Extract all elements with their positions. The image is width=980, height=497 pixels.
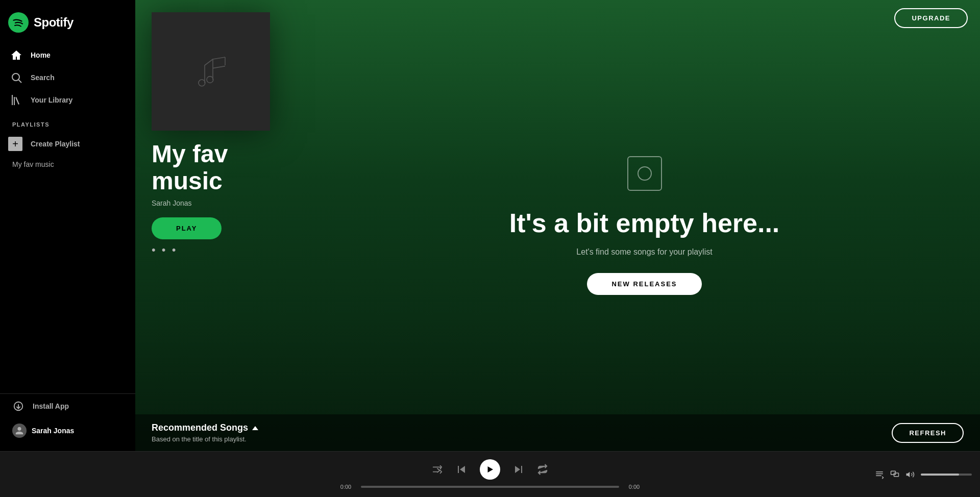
install-app-label: Install App — [33, 402, 69, 410]
main-header: UPGRADE — [882, 0, 980, 36]
svg-line-2 — [19, 80, 22, 83]
install-app-button[interactable]: Install App — [4, 394, 131, 418]
empty-state-subtitle: Let's find some songs for your playlist — [576, 247, 712, 257]
playlist-left-pane: My fav music Sarah Jonas PLAY • • • — [135, 0, 309, 451]
play-pause-button[interactable] — [480, 459, 500, 480]
download-icon — [12, 400, 24, 412]
sidebar-nav: Home Search — [0, 42, 135, 113]
progress-bar[interactable] — [361, 486, 619, 488]
svg-marker-14 — [488, 466, 494, 473]
svg-line-9 — [213, 66, 225, 68]
svg-rect-19 — [876, 475, 881, 476]
svg-rect-13 — [458, 466, 459, 473]
plus-icon: + — [8, 137, 22, 151]
svg-point-11 — [207, 77, 213, 83]
sidebar-item-home-label: Home — [31, 51, 51, 59]
previous-button[interactable] — [455, 463, 468, 476]
upgrade-button[interactable]: UPGRADE — [894, 8, 968, 28]
queue-button[interactable] — [875, 470, 884, 479]
playlist-item-my-fav-music[interactable]: My fav music — [0, 156, 135, 172]
svg-marker-22 — [906, 471, 910, 477]
repeat-icon — [537, 464, 548, 475]
player-center: 0:00 0:00 — [172, 459, 808, 490]
music-note-icon — [190, 51, 231, 92]
sidebar-item-search-label: Search — [31, 73, 55, 82]
playlists-section-label: PLAYLISTS — [0, 113, 135, 132]
shuffle-button[interactable] — [432, 464, 443, 475]
svg-line-6 — [205, 59, 213, 65]
play-button[interactable]: PLAY — [152, 217, 222, 239]
svg-marker-12 — [460, 466, 465, 473]
recommended-songs-title: Recommended Songs — [152, 423, 258, 433]
refresh-button[interactable]: REFRESH — [892, 423, 964, 443]
camera-placeholder-icon — [627, 156, 662, 191]
recommended-songs-subtitle: Based on the title of this playlist. — [152, 435, 258, 443]
home-icon — [10, 49, 22, 61]
sidebar-item-library-label: Your Library — [31, 96, 72, 104]
empty-state-title: It's a bit empty here... — [509, 207, 780, 239]
volume-fill — [921, 474, 959, 476]
queue-icon — [875, 470, 884, 479]
play-icon — [485, 465, 495, 474]
playlist-cover-art — [152, 12, 270, 131]
recommended-left: Recommended Songs Based on the title of … — [152, 423, 258, 443]
svg-marker-15 — [515, 466, 520, 473]
right-icons — [875, 470, 972, 479]
volume-icon — [905, 470, 915, 479]
spotify-wordmark: Spotify — [34, 15, 74, 30]
repeat-button[interactable] — [537, 464, 548, 475]
time-current: 0:00 — [337, 484, 355, 490]
playlist-title: My fav music — [152, 141, 292, 195]
user-name: Sarah Jonas — [32, 427, 74, 435]
create-playlist-button[interactable]: + Create Playlist — [0, 132, 135, 156]
device-button[interactable] — [890, 470, 899, 479]
library-icon — [10, 94, 22, 106]
svg-rect-16 — [521, 466, 522, 473]
svg-rect-4 — [14, 97, 15, 105]
progress-row: 0:00 0:00 — [337, 484, 643, 490]
playlist-area: My fav music Sarah Jonas PLAY • • • It's… — [135, 0, 980, 451]
sidebar-item-library[interactable]: Your Library — [4, 89, 131, 111]
sidebar: Spotify Home Search — [0, 0, 135, 451]
new-releases-button[interactable]: NEW RELEASES — [587, 273, 701, 295]
volume-slider[interactable] — [921, 474, 972, 476]
spotify-logo[interactable]: Spotify — [8, 12, 74, 33]
recommended-songs-bar: Recommended Songs Based on the title of … — [135, 414, 980, 451]
more-options-button[interactable]: • • • — [152, 243, 292, 257]
svg-rect-17 — [876, 471, 883, 473]
svg-rect-18 — [876, 473, 883, 474]
empty-state-pane: It's a bit empty here... Let's find some… — [309, 0, 980, 451]
logo-area: Spotify — [0, 0, 135, 42]
main-content: UPGRADE — [135, 0, 980, 451]
sidebar-item-home[interactable]: Home — [4, 44, 131, 66]
device-icon — [890, 470, 899, 479]
svg-line-7 — [213, 57, 225, 59]
playlist-owner: Sarah Jonas — [152, 199, 292, 207]
search-icon — [10, 71, 22, 84]
player-right — [808, 470, 972, 479]
player-bar: 0:00 0:00 — [0, 451, 980, 497]
user-profile[interactable]: Sarah Jonas — [4, 418, 131, 443]
volume-button[interactable] — [905, 470, 915, 479]
time-total: 0:00 — [625, 484, 643, 490]
sidebar-bottom: Install App Sarah Jonas — [0, 393, 135, 451]
player-controls — [432, 459, 548, 480]
chevron-up-icon — [252, 426, 258, 430]
create-playlist-label: Create Playlist — [31, 140, 80, 148]
svg-point-10 — [199, 80, 205, 86]
svg-point-1 — [12, 73, 19, 81]
next-icon — [512, 463, 525, 476]
spotify-icon — [8, 12, 29, 33]
svg-rect-3 — [12, 95, 13, 105]
shuffle-icon — [432, 464, 443, 475]
sidebar-item-search[interactable]: Search — [4, 66, 131, 89]
user-avatar — [12, 424, 27, 438]
next-button[interactable] — [512, 463, 525, 476]
previous-icon — [455, 463, 468, 476]
